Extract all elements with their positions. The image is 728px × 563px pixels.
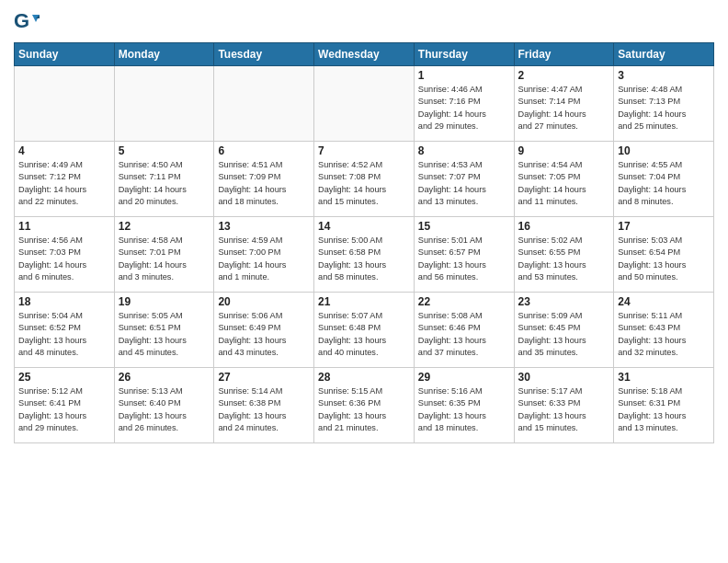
sun-info: Sunrise: 5:01 AMSunset: 6:57 PMDaylight:… bbox=[418, 235, 510, 283]
calendar-cell: 9Sunrise: 4:54 AMSunset: 7:05 PMDaylight… bbox=[514, 142, 614, 217]
day-number: 4 bbox=[18, 144, 110, 157]
week-row-2: 4Sunrise: 4:49 AMSunset: 7:12 PMDaylight… bbox=[15, 142, 714, 217]
day-number: 17 bbox=[618, 220, 710, 233]
logo: G bbox=[14, 9, 43, 35]
sun-info: Sunrise: 5:11 AMSunset: 6:43 PMDaylight:… bbox=[618, 310, 710, 359]
calendar-cell bbox=[314, 66, 415, 142]
day-number: 29 bbox=[418, 371, 510, 384]
day-number: 20 bbox=[218, 295, 310, 308]
calendar-cell: 11Sunrise: 4:56 AMSunset: 7:03 PMDayligh… bbox=[15, 217, 115, 293]
day-number: 22 bbox=[418, 295, 510, 308]
day-number: 27 bbox=[218, 371, 310, 384]
day-number: 7 bbox=[318, 144, 410, 157]
weekday-header-thursday: Thursday bbox=[414, 43, 514, 66]
calendar-cell: 16Sunrise: 5:02 AMSunset: 6:55 PMDayligh… bbox=[514, 217, 614, 293]
sun-info: Sunrise: 5:14 AMSunset: 6:38 PMDaylight:… bbox=[218, 385, 310, 434]
sun-info: Sunrise: 5:08 AMSunset: 6:46 PMDaylight:… bbox=[418, 310, 510, 359]
day-number: 24 bbox=[618, 295, 710, 308]
sun-info: Sunrise: 5:15 AMSunset: 6:36 PMDaylight:… bbox=[318, 385, 410, 434]
day-number: 25 bbox=[18, 371, 110, 384]
day-number: 10 bbox=[618, 144, 710, 157]
weekday-header-tuesday: Tuesday bbox=[214, 43, 314, 66]
page: G SundayMondayTuesdayWednesdayThursdayFr… bbox=[0, 0, 728, 563]
week-row-1: 1Sunrise: 4:46 AMSunset: 7:16 PMDaylight… bbox=[15, 66, 714, 142]
day-number: 9 bbox=[518, 144, 610, 157]
day-number: 16 bbox=[518, 220, 610, 233]
calendar-cell: 23Sunrise: 5:09 AMSunset: 6:45 PMDayligh… bbox=[514, 293, 614, 368]
calendar-cell: 1Sunrise: 4:46 AMSunset: 7:16 PMDaylight… bbox=[414, 66, 514, 142]
calendar-cell: 10Sunrise: 4:55 AMSunset: 7:04 PMDayligh… bbox=[614, 142, 714, 217]
sun-info: Sunrise: 4:52 AMSunset: 7:08 PMDaylight:… bbox=[318, 159, 410, 208]
day-number: 26 bbox=[119, 371, 210, 384]
week-row-4: 18Sunrise: 5:04 AMSunset: 6:52 PMDayligh… bbox=[15, 293, 714, 368]
sun-info: Sunrise: 4:56 AMSunset: 7:03 PMDaylight:… bbox=[18, 235, 110, 283]
calendar-cell: 21Sunrise: 5:07 AMSunset: 6:48 PMDayligh… bbox=[314, 293, 415, 368]
sun-info: Sunrise: 5:09 AMSunset: 6:45 PMDaylight:… bbox=[518, 310, 610, 359]
day-number: 18 bbox=[18, 295, 110, 308]
sun-info: Sunrise: 4:55 AMSunset: 7:04 PMDaylight:… bbox=[618, 159, 710, 208]
weekday-header-row: SundayMondayTuesdayWednesdayThursdayFrid… bbox=[15, 43, 714, 66]
day-number: 12 bbox=[119, 220, 210, 233]
sun-info: Sunrise: 5:02 AMSunset: 6:55 PMDaylight:… bbox=[518, 235, 610, 283]
sun-info: Sunrise: 4:58 AMSunset: 7:01 PMDaylight:… bbox=[119, 235, 210, 283]
weekday-header-wednesday: Wednesday bbox=[314, 43, 415, 66]
sun-info: Sunrise: 4:46 AMSunset: 7:16 PMDaylight:… bbox=[418, 84, 510, 132]
logo-icon: G bbox=[14, 9, 40, 35]
calendar-cell: 19Sunrise: 5:05 AMSunset: 6:51 PMDayligh… bbox=[114, 293, 214, 368]
calendar-cell bbox=[214, 66, 314, 142]
calendar-cell: 3Sunrise: 4:48 AMSunset: 7:13 PMDaylight… bbox=[614, 66, 714, 142]
sun-info: Sunrise: 5:07 AMSunset: 6:48 PMDaylight:… bbox=[318, 310, 410, 359]
sun-info: Sunrise: 5:18 AMSunset: 6:31 PMDaylight:… bbox=[618, 385, 710, 434]
weekday-header-saturday: Saturday bbox=[614, 43, 714, 66]
calendar-cell: 27Sunrise: 5:14 AMSunset: 6:38 PMDayligh… bbox=[214, 368, 314, 443]
day-number: 1 bbox=[418, 69, 510, 82]
sun-info: Sunrise: 4:47 AMSunset: 7:14 PMDaylight:… bbox=[518, 84, 610, 132]
sun-info: Sunrise: 4:48 AMSunset: 7:13 PMDaylight:… bbox=[618, 84, 710, 132]
day-number: 19 bbox=[119, 295, 210, 308]
calendar-cell: 26Sunrise: 5:13 AMSunset: 6:40 PMDayligh… bbox=[114, 368, 214, 443]
day-number: 14 bbox=[318, 220, 410, 233]
day-number: 28 bbox=[318, 371, 410, 384]
calendar-cell: 20Sunrise: 5:06 AMSunset: 6:49 PMDayligh… bbox=[214, 293, 314, 368]
day-number: 2 bbox=[518, 69, 610, 82]
day-number: 23 bbox=[518, 295, 610, 308]
calendar-cell: 2Sunrise: 4:47 AMSunset: 7:14 PMDaylight… bbox=[514, 66, 614, 142]
sun-info: Sunrise: 4:49 AMSunset: 7:12 PMDaylight:… bbox=[18, 159, 110, 208]
day-number: 13 bbox=[218, 220, 310, 233]
sun-info: Sunrise: 5:13 AMSunset: 6:40 PMDaylight:… bbox=[119, 385, 210, 434]
sun-info: Sunrise: 5:00 AMSunset: 6:58 PMDaylight:… bbox=[318, 235, 410, 283]
day-number: 8 bbox=[418, 144, 510, 157]
calendar-cell: 25Sunrise: 5:12 AMSunset: 6:41 PMDayligh… bbox=[15, 368, 115, 443]
sun-info: Sunrise: 4:50 AMSunset: 7:11 PMDaylight:… bbox=[119, 159, 210, 208]
calendar-table: SundayMondayTuesdayWednesdayThursdayFrid… bbox=[14, 42, 714, 443]
calendar-cell: 8Sunrise: 4:53 AMSunset: 7:07 PMDaylight… bbox=[414, 142, 514, 217]
calendar-cell: 4Sunrise: 4:49 AMSunset: 7:12 PMDaylight… bbox=[15, 142, 115, 217]
sun-info: Sunrise: 5:17 AMSunset: 6:33 PMDaylight:… bbox=[518, 385, 610, 434]
day-number: 30 bbox=[518, 371, 610, 384]
calendar-cell bbox=[114, 66, 214, 142]
calendar-cell: 29Sunrise: 5:16 AMSunset: 6:35 PMDayligh… bbox=[414, 368, 514, 443]
calendar-cell: 15Sunrise: 5:01 AMSunset: 6:57 PMDayligh… bbox=[414, 217, 514, 293]
sun-info: Sunrise: 4:53 AMSunset: 7:07 PMDaylight:… bbox=[418, 159, 510, 208]
sun-info: Sunrise: 5:04 AMSunset: 6:52 PMDaylight:… bbox=[18, 310, 110, 359]
calendar-cell: 31Sunrise: 5:18 AMSunset: 6:31 PMDayligh… bbox=[614, 368, 714, 443]
calendar-cell: 30Sunrise: 5:17 AMSunset: 6:33 PMDayligh… bbox=[514, 368, 614, 443]
calendar-cell: 17Sunrise: 5:03 AMSunset: 6:54 PMDayligh… bbox=[614, 217, 714, 293]
day-number: 11 bbox=[18, 220, 110, 233]
calendar-cell: 12Sunrise: 4:58 AMSunset: 7:01 PMDayligh… bbox=[114, 217, 214, 293]
calendar-cell: 28Sunrise: 5:15 AMSunset: 6:36 PMDayligh… bbox=[314, 368, 415, 443]
week-row-5: 25Sunrise: 5:12 AMSunset: 6:41 PMDayligh… bbox=[15, 368, 714, 443]
calendar-cell: 22Sunrise: 5:08 AMSunset: 6:46 PMDayligh… bbox=[414, 293, 514, 368]
svg-text:G: G bbox=[14, 9, 29, 32]
calendar-cell: 24Sunrise: 5:11 AMSunset: 6:43 PMDayligh… bbox=[614, 293, 714, 368]
calendar-cell: 6Sunrise: 4:51 AMSunset: 7:09 PMDaylight… bbox=[214, 142, 314, 217]
day-number: 21 bbox=[318, 295, 410, 308]
day-number: 15 bbox=[418, 220, 510, 233]
sun-info: Sunrise: 4:59 AMSunset: 7:00 PMDaylight:… bbox=[218, 235, 310, 283]
day-number: 3 bbox=[618, 69, 710, 82]
weekday-header-monday: Monday bbox=[114, 43, 214, 66]
sun-info: Sunrise: 4:54 AMSunset: 7:05 PMDaylight:… bbox=[518, 159, 610, 208]
sun-info: Sunrise: 4:51 AMSunset: 7:09 PMDaylight:… bbox=[218, 159, 310, 208]
calendar-cell: 13Sunrise: 4:59 AMSunset: 7:00 PMDayligh… bbox=[214, 217, 314, 293]
sun-info: Sunrise: 5:03 AMSunset: 6:54 PMDaylight:… bbox=[618, 235, 710, 283]
